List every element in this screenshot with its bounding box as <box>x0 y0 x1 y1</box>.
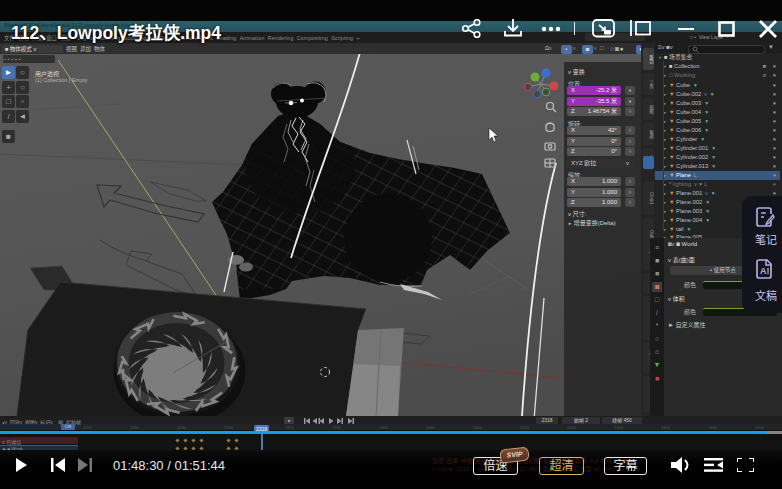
svg-text:A!: A! <box>760 266 770 276</box>
